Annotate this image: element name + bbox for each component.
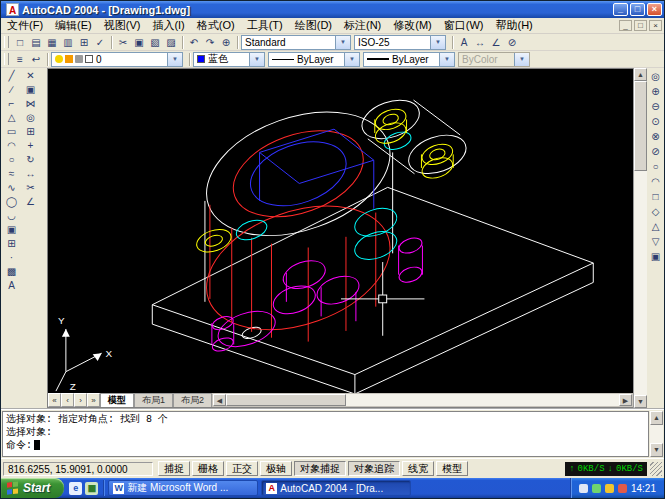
view-tool-8-button[interactable]: ◠ (648, 174, 664, 189)
chevron-down-icon[interactable]: ▼ (249, 53, 264, 66)
lineweight-combo[interactable]: ByLayer ▼ (363, 52, 455, 67)
last-tab-button[interactable]: » (87, 393, 100, 407)
toggle-otrack[interactable]: 对象追踪 (348, 461, 400, 476)
copy-button[interactable]: ▣ (131, 35, 147, 50)
ellipse-arc-button[interactable]: ◡ (4, 209, 20, 223)
close-button[interactable]: × (647, 3, 662, 16)
view-tool-3-button[interactable]: ⊖ (648, 99, 664, 114)
vertical-scroll-thumb[interactable] (634, 81, 647, 171)
menu-item-window[interactable]: 窗口(W) (438, 18, 490, 33)
toggle-model-space[interactable]: 模型 (436, 461, 468, 476)
quick-launch-desktop-icon[interactable]: ▦ (85, 482, 98, 495)
match-properties-button[interactable]: ▨ (163, 35, 179, 50)
spline-button[interactable]: ∿ (4, 181, 20, 195)
scroll-up-icon[interactable]: ▲ (650, 411, 663, 425)
hyperlink-button[interactable]: ⊕ (218, 35, 234, 50)
move-button[interactable]: + (23, 139, 39, 153)
chevron-down-icon[interactable]: ▼ (344, 53, 359, 66)
scroll-left-icon[interactable]: ◀ (213, 394, 226, 406)
view-tool-4-button[interactable]: ⊙ (648, 114, 664, 129)
hatch-button[interactable]: ▩ (4, 265, 20, 279)
array-button[interactable]: ⊞ (23, 125, 39, 139)
tab-model[interactable]: 模型 (100, 393, 134, 407)
layer-previous-button[interactable]: ↩ (28, 52, 44, 67)
rectangle-button[interactable]: ▭ (4, 125, 20, 139)
view-tool-5-button[interactable]: ⊗ (648, 129, 664, 144)
command-history[interactable]: 选择对象: 指定对角点: 找到 8 个 选择对象: 命令: (2, 411, 649, 457)
toggle-lineweight[interactable]: 线宽 (402, 461, 434, 476)
toggle-polar[interactable]: 极轴 (260, 461, 292, 476)
circle-button[interactable]: ○ (4, 153, 20, 167)
view-tool-9-button[interactable]: □ (648, 189, 664, 204)
point-button[interactable]: · (4, 251, 20, 265)
arc-button[interactable]: ◠ (4, 139, 20, 153)
offset-button[interactable]: ◎ (23, 111, 39, 125)
layer-combo[interactable]: 0 ▼ (51, 52, 183, 67)
tray-icon-4[interactable] (618, 484, 627, 493)
toggle-snap[interactable]: 捕捉 (158, 461, 190, 476)
toggle-osnap[interactable]: 对象捕捉 (294, 461, 346, 476)
start-button[interactable]: Start (1, 478, 64, 498)
polyline-button[interactable]: ⌐ (4, 97, 20, 111)
menu-item-edit[interactable]: 编辑(E) (49, 18, 98, 33)
open-file-button[interactable]: ▤ (28, 35, 44, 50)
tray-icon-2[interactable] (592, 484, 601, 493)
view-tool-7-button[interactable]: ○ (648, 159, 664, 174)
construction-line-button[interactable]: ∕ (4, 83, 20, 97)
mirror-button[interactable]: ⋈ (23, 97, 39, 111)
vertical-scrollbar[interactable]: ▲ ▼ (633, 68, 647, 408)
text-style-combo[interactable]: Standard ▼ (241, 35, 351, 50)
taskbar-clock[interactable]: 14:21 (631, 483, 656, 494)
quick-launch-ie-icon[interactable]: e (69, 482, 82, 495)
vertical-scroll-track[interactable] (634, 171, 647, 395)
trim-button[interactable]: ✂ (23, 181, 39, 195)
scroll-up-icon[interactable]: ▲ (634, 68, 647, 81)
first-tab-button[interactable]: « (48, 393, 61, 407)
tolerance-button[interactable]: ⊘ (504, 35, 520, 50)
chevron-down-icon[interactable]: ▼ (335, 36, 350, 49)
spell-check-button[interactable]: ✓ (92, 35, 108, 50)
revision-cloud-button[interactable]: ≈ (4, 167, 20, 181)
toolbar-grip[interactable] (4, 53, 9, 65)
drawing-canvas[interactable]: Y X Z (48, 69, 633, 393)
chevron-down-icon[interactable]: ▼ (167, 53, 182, 66)
menu-item-view[interactable]: 视图(V) (98, 18, 147, 33)
toggle-grid[interactable]: 栅格 (192, 461, 224, 476)
save-button[interactable]: ▦ (44, 35, 60, 50)
view-tool-6-button[interactable]: ⊘ (648, 144, 664, 159)
scroll-down-icon[interactable]: ▼ (634, 395, 647, 408)
view-tool-13-button[interactable]: ▣ (648, 249, 664, 264)
paste-button[interactable]: ▧ (147, 35, 163, 50)
new-file-button[interactable]: □ (12, 35, 28, 50)
view-tool-10-button[interactable]: ◇ (648, 204, 664, 219)
dim-style-combo[interactable]: ISO-25 ▼ (354, 35, 446, 50)
menu-item-help[interactable]: 帮助(H) (490, 18, 539, 33)
view-tool-12-button[interactable]: ▽ (648, 234, 664, 249)
tab-layout1[interactable]: 布局1 (134, 393, 173, 407)
menu-item-tools[interactable]: 工具(T) (241, 18, 289, 33)
layer-manager-button[interactable]: ≡ (12, 52, 28, 67)
erase-button[interactable]: ✕ (23, 69, 39, 83)
menu-item-draw[interactable]: 绘图(D) (289, 18, 338, 33)
menu-item-insert[interactable]: 插入(I) (146, 18, 190, 33)
make-block-button[interactable]: ⊞ (4, 237, 20, 251)
horizontal-scroll-track[interactable] (346, 394, 619, 406)
command-scrollbar[interactable]: ▲ ▼ (650, 411, 663, 457)
linetype-combo[interactable]: ByLayer ▼ (268, 52, 360, 67)
scroll-down-icon[interactable]: ▼ (650, 443, 663, 457)
line-tool-button[interactable]: ╱ (4, 69, 20, 83)
scale-button[interactable]: ↔ (23, 167, 39, 181)
dimension-tool-button[interactable]: ↔ (472, 35, 488, 50)
insert-block-button[interactable]: ▣ (4, 223, 20, 237)
task-autocad[interactable]: A AutoCAD 2004 - [Dra... (261, 480, 411, 496)
text-tool-button[interactable]: A (456, 35, 472, 50)
task-word[interactable]: W 新建 Microsoft Word ... (108, 480, 258, 496)
tab-layout2[interactable]: 布局2 (173, 393, 212, 407)
scroll-right-icon[interactable]: ▶ (619, 394, 632, 406)
copy-object-button[interactable]: ▣ (23, 83, 39, 97)
polygon-button[interactable]: △ (4, 111, 20, 125)
color-combo[interactable]: 蓝色 ▼ (193, 52, 265, 67)
view-tool-2-button[interactable]: ⊕ (648, 84, 664, 99)
resize-grip[interactable] (650, 462, 662, 476)
chamfer-button[interactable]: ∠ (23, 195, 39, 209)
